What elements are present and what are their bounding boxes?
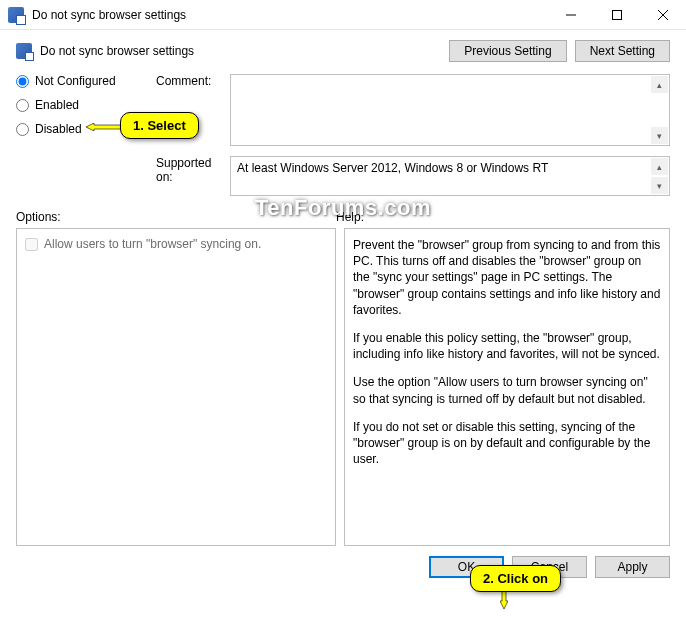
help-paragraph: Prevent the "browser" group from syncing… — [353, 237, 661, 318]
annotation-arrow-icon — [500, 589, 508, 609]
comment-label: Comment: — [156, 74, 230, 88]
help-label: Help: — [336, 210, 364, 224]
help-paragraph: Use the option "Allow users to turn brow… — [353, 374, 661, 406]
policy-icon — [16, 43, 32, 59]
help-paragraph: If you do not set or disable this settin… — [353, 419, 661, 468]
annotation-arrow-icon — [86, 123, 122, 131]
window-title: Do not sync browser settings — [32, 8, 548, 22]
next-setting-button[interactable]: Next Setting — [575, 40, 670, 62]
allow-syncing-checkbox[interactable]: Allow users to turn "browser" syncing on… — [25, 237, 327, 251]
minimize-button[interactable] — [548, 0, 594, 30]
supported-label: Supported on: — [156, 156, 230, 184]
radio-enabled-label: Enabled — [35, 98, 79, 112]
radio-enabled-input[interactable] — [16, 99, 29, 112]
scroll-up-icon[interactable]: ▴ — [651, 158, 668, 175]
supported-on-box: At least Windows Server 2012, Windows 8 … — [230, 156, 670, 196]
scroll-up-icon[interactable]: ▴ — [651, 76, 668, 93]
annotation-callout-click: 2. Click on — [470, 565, 561, 592]
scroll-down-icon[interactable]: ▾ — [651, 127, 668, 144]
allow-syncing-checkbox-input — [25, 238, 38, 251]
app-icon — [8, 7, 24, 23]
radio-disabled-input[interactable] — [16, 123, 29, 136]
maximize-button[interactable] — [594, 0, 640, 30]
help-paragraph: If you enable this policy setting, the "… — [353, 330, 661, 362]
svg-marker-4 — [86, 123, 122, 131]
close-button[interactable] — [640, 0, 686, 30]
scroll-down-icon[interactable]: ▾ — [651, 177, 668, 194]
radio-not-configured[interactable]: Not Configured — [16, 74, 156, 88]
comment-textarea[interactable]: ▴ ▾ — [230, 74, 670, 146]
apply-button[interactable]: Apply — [595, 556, 670, 578]
radio-not-configured-label: Not Configured — [35, 74, 116, 88]
radio-disabled-label: Disabled — [35, 122, 82, 136]
allow-syncing-label: Allow users to turn "browser" syncing on… — [44, 237, 261, 251]
policy-title: Do not sync browser settings — [40, 44, 449, 58]
options-label: Options: — [16, 210, 336, 224]
annotation-callout-select: 1. Select — [120, 112, 199, 139]
options-pane: Allow users to turn "browser" syncing on… — [16, 228, 336, 546]
window-controls — [548, 0, 686, 30]
radio-not-configured-input[interactable] — [16, 75, 29, 88]
supported-on-text: At least Windows Server 2012, Windows 8 … — [237, 161, 548, 175]
svg-marker-5 — [500, 589, 508, 609]
window-titlebar: Do not sync browser settings — [0, 0, 686, 30]
previous-setting-button[interactable]: Previous Setting — [449, 40, 566, 62]
svg-rect-1 — [613, 10, 622, 19]
radio-enabled[interactable]: Enabled — [16, 98, 156, 112]
help-pane: Prevent the "browser" group from syncing… — [344, 228, 670, 546]
